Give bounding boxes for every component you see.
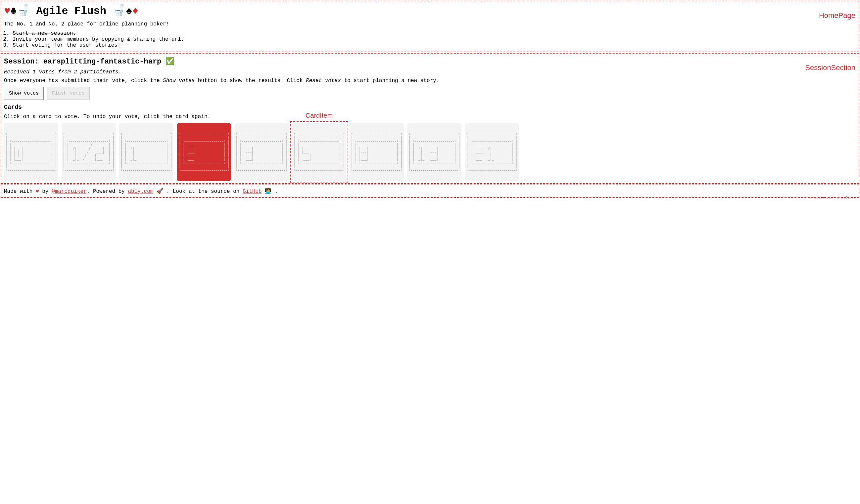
card-ascii: +------------------------+ | | | +------… [293,132,345,172]
card-2[interactable]: +------------------------+ | | | +------… [177,123,231,181]
author-link[interactable]: @marcduiker [52,189,87,194]
card-grid: +------------------------+ | | | +------… [4,123,856,181]
flush-votes-button[interactable]: Flush votes [47,87,90,100]
ably-link[interactable]: ably.com [128,189,154,194]
card-ascii: +------------------------+ | | | +------… [120,132,172,172]
session-name: earsplitting-fantastic-harp [43,58,161,66]
section-label-session: SessionSection [805,63,855,72]
show-votes-button[interactable]: Show votes [4,87,44,100]
card-21[interactable]: +------------------------+ | | | +------… [465,123,519,181]
step-item: Start a new session. [13,30,856,36]
card-0[interactable]: +------------------------+ | | | +------… [4,123,58,181]
heart-icon: ❤ [36,189,39,194]
card-8[interactable]: +------------------------+ | | | +------… [349,123,404,181]
step-item: Invite your team members by copying & sh… [13,36,856,42]
homepage-section: HomePage ♥♣🚽 Agile Flush 🚽♠♦ The No. 1 a… [1,1,859,52]
diamond-icon: ♦ [132,5,138,17]
card-ascii: +------------------------+ | | | +------… [5,132,57,172]
cards-heading: Cards [4,104,856,110]
check-icon: ✅ [161,58,174,66]
page-title: ♥♣🚽 Agile Flush 🚽♠♦ [4,4,856,17]
vote-status: Received 1 votes from 2 participants. [4,69,856,75]
section-label-footer: FooterSection [810,195,855,198]
card-13[interactable]: +------------------------+ | | | +------… [407,123,461,181]
card-ascii: +------------------------+ | | | +------… [236,132,287,172]
card-ascii: +------------------------+ | | | +------… [178,132,230,172]
session-section: SessionSection Session: earsplitting-fan… [1,53,859,184]
card-ascii: +------------------------+ | | | +------… [63,132,115,172]
card-3[interactable]: +------------------------+ | | | +------… [234,123,289,181]
github-link[interactable]: GitHub [243,189,262,194]
step-item: Start voting for the user stories! [13,42,856,48]
button-row: Show votes Flush votes [4,87,856,100]
card-1-2[interactable]: +------------------------+ | | | +------… [61,123,116,181]
steps-list: Start a new session. Invite your team me… [13,30,856,48]
section-label-home: HomePage [819,11,855,20]
cards-hint: Click on a card to vote. To undo your vo… [4,114,856,120]
card-ascii: +------------------------+ | | | +------… [351,132,402,172]
tagline: The No. 1 and No. 2 place for online pla… [4,21,856,27]
card-1[interactable]: +------------------------+ | | | +------… [119,123,173,181]
footer-section: FooterSection Made with ❤ by @marcduiker… [1,184,859,198]
card-ascii: +------------------------+ | | | +------… [466,132,518,172]
card-ascii: +------------------------+ | | | +------… [408,132,460,172]
card-5[interactable]: +------------------------+ | | | +------… [292,123,346,181]
session-heading: Session: earsplitting-fantastic-harp ✅ [4,57,856,66]
heart-icon: ♥ [4,5,10,17]
footer-text: Made with ❤ by @marcduiker. Powered by a… [4,188,856,194]
instructions: Once everyone has submitted their vote, … [4,78,856,84]
